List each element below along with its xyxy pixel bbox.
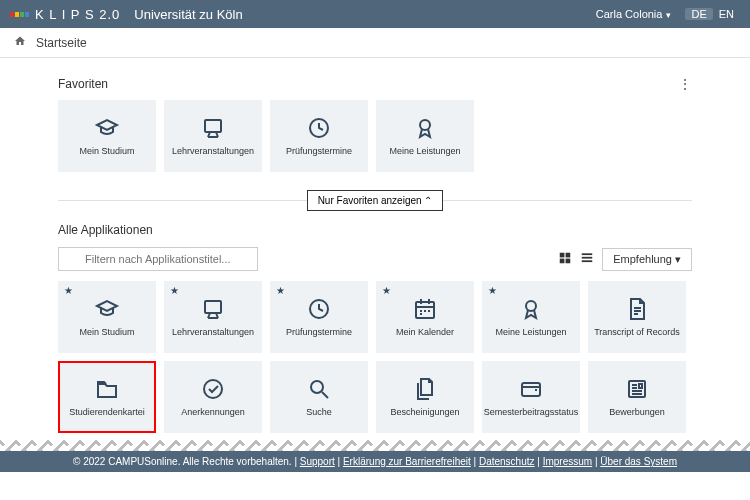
rosette-icon (412, 115, 438, 141)
cap-icon (94, 115, 120, 141)
clock-icon (306, 115, 332, 141)
tile-label: Semesterbeitragsstatus (481, 408, 582, 418)
app-tile-lehrveranstaltungen[interactable]: ★Lehrveranstaltungen (164, 281, 262, 353)
favorite-star-icon: ★ (276, 285, 285, 296)
brand: K L I P S 2.0 (35, 7, 120, 22)
tile-label: Lehrveranstaltungen (169, 328, 257, 338)
user-menu[interactable]: Carla Colonia (596, 8, 672, 20)
app-header: K L I P S 2.0 Universität zu Köln Carla … (0, 0, 750, 28)
news-icon (624, 376, 650, 402)
tile-label: Studierendenkartei (66, 408, 148, 418)
app-tile-mein-kalender[interactable]: ★Mein Kalender (376, 281, 474, 353)
app-tile-bescheinigungen[interactable]: Bescheinigungen (376, 361, 474, 433)
app-tile-suche[interactable]: Suche (270, 361, 368, 433)
app-tile-anerkennungen[interactable]: Anerkennungen (164, 361, 262, 433)
clock-icon (306, 296, 332, 322)
svg-rect-8 (560, 252, 565, 257)
footer: © 2022 CAMPUSonline. Alle Rechte vorbeha… (0, 451, 750, 472)
tile-label: Bewerbungen (606, 408, 668, 418)
tile-label: Lehrveranstaltungen (169, 147, 257, 157)
filter-input[interactable] (58, 247, 258, 271)
footer-link[interactable]: Über das System (600, 456, 677, 467)
footer-link[interactable]: Impressum (543, 456, 592, 467)
footer-link[interactable]: Erklärung zur Barrierefreiheit (343, 456, 471, 467)
board-icon (200, 296, 226, 322)
app-tile-mein-studium[interactable]: Mein Studium (58, 100, 156, 172)
app-tile-meine-leistungen[interactable]: Meine Leistungen (376, 100, 474, 172)
app-tile-studierendenkartei[interactable]: Studierendenkartei (58, 361, 156, 433)
favorites-menu-icon[interactable]: ⋮ (678, 76, 692, 92)
svg-rect-10 (560, 258, 565, 263)
svg-rect-11 (566, 258, 571, 263)
favorite-star-icon: ★ (170, 285, 179, 296)
university-name: Universität zu Köln (134, 7, 242, 22)
favorites-title: Favoriten (58, 77, 108, 91)
app-tile-meine-leistungen[interactable]: ★Meine Leistungen (482, 281, 580, 353)
tile-label: Prüfungstermine (283, 147, 355, 157)
search-icon (306, 376, 332, 402)
svg-rect-9 (566, 252, 571, 257)
sort-button[interactable]: Empfehlung ▾ (602, 248, 692, 271)
app-tile-mein-studium[interactable]: ★Mein Studium (58, 281, 156, 353)
app-tile-lehrveranstaltungen[interactable]: Lehrveranstaltungen (164, 100, 262, 172)
svg-rect-13 (582, 256, 593, 258)
check-icon (200, 376, 226, 402)
all-apps-title: Alle Applikationen (58, 223, 153, 237)
tile-label: Transcript of Records (591, 328, 683, 338)
footer-link[interactable]: Datenschutz (479, 456, 535, 467)
tile-label: Prüfungstermine (283, 328, 355, 338)
lang-de[interactable]: DE (685, 8, 712, 20)
app-tile-transcript-of-records[interactable]: Transcript of Records (588, 281, 686, 353)
board-icon (200, 115, 226, 141)
apps-grid: ★Mein Studium★Lehrveranstaltungen★Prüfun… (58, 281, 692, 433)
footer-link[interactable]: Support (300, 456, 335, 467)
app-tile-semesterbeitragsstatus[interactable]: Semesterbeitragsstatus (482, 361, 580, 433)
tear-edge (0, 439, 750, 451)
tile-label: Anerkennungen (178, 408, 248, 418)
svg-rect-14 (582, 260, 593, 262)
folder-icon (94, 376, 120, 402)
favorites-grid: Mein StudiumLehrveranstaltungenPrüfungst… (58, 100, 692, 172)
grid-view-icon[interactable] (558, 251, 572, 268)
tile-label: Bescheinigungen (387, 408, 462, 418)
favorite-star-icon: ★ (488, 285, 497, 296)
subheader: Startseite (0, 28, 750, 58)
calendar-icon (412, 296, 438, 322)
tile-label: Mein Kalender (393, 328, 457, 338)
list-view-icon[interactable] (580, 251, 594, 268)
svg-rect-12 (582, 253, 593, 255)
chevron-up-icon: ⌃ (424, 195, 432, 206)
breadcrumb[interactable]: Startseite (36, 36, 87, 50)
docs-icon (412, 376, 438, 402)
logo-stripes (10, 12, 29, 17)
app-tile-prüfungstermine[interactable]: Prüfungstermine (270, 100, 368, 172)
caret-down-icon: ▾ (675, 253, 681, 265)
favorite-star-icon: ★ (382, 285, 391, 296)
tile-label: Meine Leistungen (386, 147, 463, 157)
toggle-favorites-button[interactable]: Nur Favoriten anzeigen ⌃ (307, 190, 444, 211)
rosette-icon (518, 296, 544, 322)
doc-icon (624, 296, 650, 322)
tile-label: Mein Studium (76, 147, 137, 157)
app-tile-bewerbungen[interactable]: Bewerbungen (588, 361, 686, 433)
favorite-star-icon: ★ (64, 285, 73, 296)
tile-label: Meine Leistungen (492, 328, 569, 338)
app-tile-prüfungstermine[interactable]: ★Prüfungstermine (270, 281, 368, 353)
lang-en[interactable]: EN (713, 8, 740, 20)
cap-icon (94, 296, 120, 322)
tile-label: Suche (303, 408, 335, 418)
tile-label: Mein Studium (76, 328, 137, 338)
home-icon[interactable] (14, 35, 26, 50)
wallet-icon (518, 376, 544, 402)
